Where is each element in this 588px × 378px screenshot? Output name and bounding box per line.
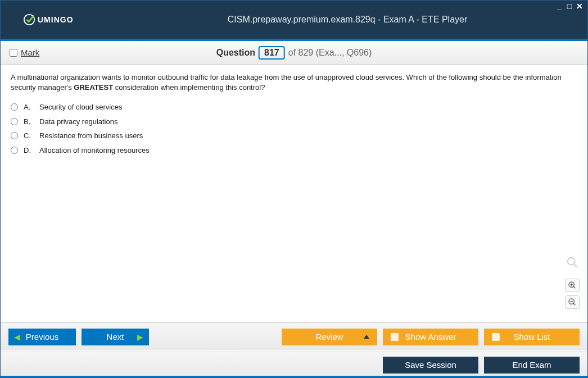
option-letter: D. <box>24 145 34 156</box>
option-letter: A. <box>24 102 34 112</box>
svg-line-4 <box>573 286 575 288</box>
search-icon[interactable] <box>566 256 578 272</box>
save-session-label: Save Session <box>405 360 456 370</box>
nav-button-row: ◀ Previous Next ▶ Review Show Answer Sho… <box>1 322 587 350</box>
question-bar: Mark Question 817 of 829 (Exa..., Q696) <box>1 41 587 65</box>
option-a[interactable]: A. Security of cloud services <box>11 102 577 112</box>
show-answer-button[interactable]: Show Answer <box>383 329 478 345</box>
option-letter: B. <box>24 117 34 127</box>
option-c[interactable]: C. Resistance from business users <box>11 131 577 141</box>
question-text: A multinational organization wants to mo… <box>11 72 577 92</box>
end-exam-button[interactable]: End Exam <box>484 357 580 374</box>
zoom-controls <box>565 256 580 309</box>
options-list: A. Security of cloud services B. Data pr… <box>11 102 577 155</box>
question-position: Question 817 of 829 (Exa..., Q696) <box>216 46 372 60</box>
mark-checkbox-wrap[interactable]: Mark <box>10 48 39 57</box>
question-text-bold: GREATEST <box>74 83 113 92</box>
arrow-left-icon: ◀ <box>14 333 20 341</box>
puzzle-icon <box>391 333 399 341</box>
divider <box>1 376 587 377</box>
option-letter: C. <box>24 131 34 141</box>
option-d-radio[interactable] <box>11 147 18 154</box>
option-c-radio[interactable] <box>11 132 18 139</box>
next-label: Next <box>107 332 124 341</box>
question-text-post: consideration when implementing this con… <box>113 83 265 92</box>
question-content: A multinational organization wants to mo… <box>1 65 587 163</box>
option-b[interactable]: B. Data privacy regulations <box>11 117 577 127</box>
show-list-label: Show List <box>513 332 550 341</box>
svg-point-1 <box>568 258 575 265</box>
triangle-up-icon <box>364 335 369 339</box>
window-controls: _ □ ✕ <box>555 3 584 11</box>
zoom-in-button[interactable] <box>565 279 580 292</box>
close-button[interactable]: ✕ <box>575 3 584 11</box>
session-button-row: Save Session End Exam <box>1 352 587 377</box>
next-button[interactable]: Next ▶ <box>82 329 149 345</box>
save-session-button[interactable]: Save Session <box>383 357 478 374</box>
titlebar: UMINGO CISM.prepaway.premium.exam.829q -… <box>1 1 587 39</box>
logo-text: UMINGO <box>38 15 74 24</box>
puzzle-icon <box>492 333 500 341</box>
minimize-button[interactable]: _ <box>555 3 564 11</box>
mark-checkbox[interactable] <box>10 49 17 57</box>
show-answer-label: Show Answer <box>405 332 456 341</box>
option-b-radio[interactable] <box>11 118 18 125</box>
question-of: of 829 (Exa..., Q696) <box>288 48 372 58</box>
svg-line-8 <box>573 303 575 305</box>
option-text: Security of cloud services <box>39 102 122 112</box>
review-label: Review <box>315 332 343 341</box>
review-button[interactable]: Review <box>282 329 377 345</box>
window-title: CISM.prepaway.premium.exam.829q - Exam A… <box>107 15 587 25</box>
option-text: Resistance from business users <box>39 131 143 141</box>
previous-label: Previous <box>26 332 58 341</box>
zoom-out-button[interactable] <box>565 295 580 309</box>
question-word: Question <box>216 48 255 58</box>
option-text: Data privacy regulations <box>39 117 117 127</box>
mark-label: Mark <box>21 48 39 57</box>
question-number[interactable]: 817 <box>259 46 285 60</box>
option-d[interactable]: D. Allocation of monitoring resources <box>11 145 577 156</box>
option-a-radio[interactable] <box>11 103 18 111</box>
show-list-button[interactable]: Show List <box>484 329 580 345</box>
previous-button[interactable]: ◀ Previous <box>8 329 76 345</box>
option-text: Allocation of monitoring resources <box>39 145 150 156</box>
maximize-button[interactable]: □ <box>565 3 574 11</box>
end-exam-label: End Exam <box>512 360 551 370</box>
logo-check-icon <box>23 13 35 26</box>
logo: UMINGO <box>1 13 107 26</box>
arrow-right-icon: ▶ <box>137 333 143 341</box>
svg-line-2 <box>574 264 577 267</box>
